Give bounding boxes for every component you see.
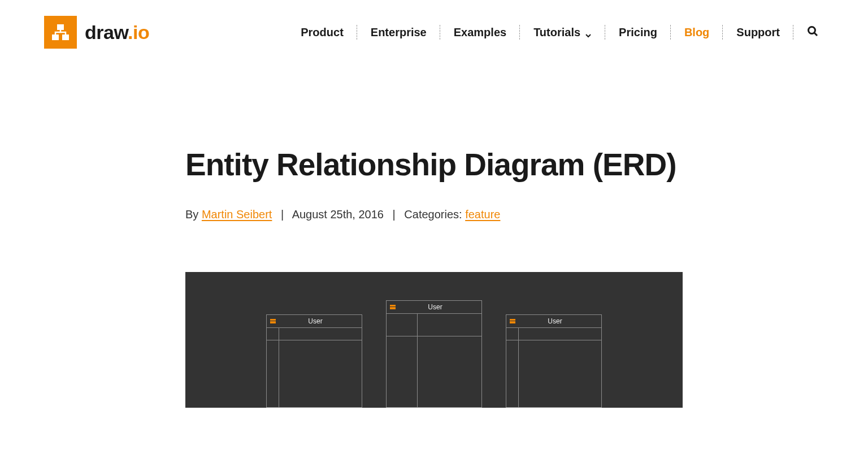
nav-pricing[interactable]: Pricing <box>605 25 671 40</box>
erd-table: User <box>386 300 482 408</box>
brand[interactable]: draw.io <box>44 16 149 49</box>
chevron-down-icon <box>585 29 592 36</box>
nav-label: Product <box>301 26 344 39</box>
svg-point-3 <box>809 27 815 33</box>
meta-date: August 25th, 2016 <box>292 208 384 221</box>
nav-product[interactable]: Product <box>287 25 357 40</box>
erd-table: User <box>506 314 602 408</box>
table-icon <box>390 305 396 309</box>
meta-separator: | <box>281 208 284 221</box>
article: Entity Relationship Diagram (ERD) By Mar… <box>180 144 688 408</box>
erd-diagram-image: User User User <box>185 272 683 408</box>
nav-label: Enterprise <box>371 26 427 39</box>
svg-rect-1 <box>52 34 59 40</box>
nav-label: Pricing <box>619 26 657 39</box>
brand-name-dot: . <box>128 21 133 43</box>
site-header: draw.io Product Enterprise Examples Tuto… <box>33 0 835 64</box>
nav-label: Blog <box>684 26 709 39</box>
brand-logo-icon <box>44 16 77 49</box>
search-icon <box>807 25 818 40</box>
table-icon <box>510 319 515 323</box>
meta-by-prefix: By <box>185 208 202 221</box>
erd-table-title: User <box>512 317 598 325</box>
brand-name-last: io <box>133 21 149 43</box>
svg-rect-0 <box>57 24 64 30</box>
erd-table: User <box>266 314 362 408</box>
svg-rect-2 <box>62 34 69 40</box>
nav-enterprise[interactable]: Enterprise <box>357 25 440 40</box>
nav-tutorials[interactable]: Tutorials <box>520 25 605 40</box>
author-link[interactable]: Martin Seibert <box>202 208 272 221</box>
primary-nav: Product Enterprise Examples Tutorials Pr… <box>287 24 824 41</box>
nav-search[interactable] <box>793 24 824 41</box>
article-title: Entity Relationship Diagram (ERD) <box>185 144 683 185</box>
meta-categories-prefix: Categories: <box>404 208 465 221</box>
nav-label: Examples <box>454 26 506 39</box>
erd-table-title: User <box>272 317 358 325</box>
nav-examples[interactable]: Examples <box>440 25 520 40</box>
nav-label: Tutorials <box>533 26 580 39</box>
article-meta: By Martin Seibert | August 25th, 2016 | … <box>185 208 683 221</box>
svg-line-4 <box>814 33 817 36</box>
table-icon <box>270 319 276 323</box>
nav-support[interactable]: Support <box>723 25 793 40</box>
meta-separator: | <box>393 208 396 221</box>
nav-label: Support <box>736 26 780 39</box>
nav-blog[interactable]: Blog <box>671 25 723 40</box>
category-link[interactable]: feature <box>465 208 500 221</box>
brand-name-first: draw <box>85 21 128 43</box>
brand-text: draw.io <box>85 21 149 44</box>
erd-table-title: User <box>392 303 478 311</box>
